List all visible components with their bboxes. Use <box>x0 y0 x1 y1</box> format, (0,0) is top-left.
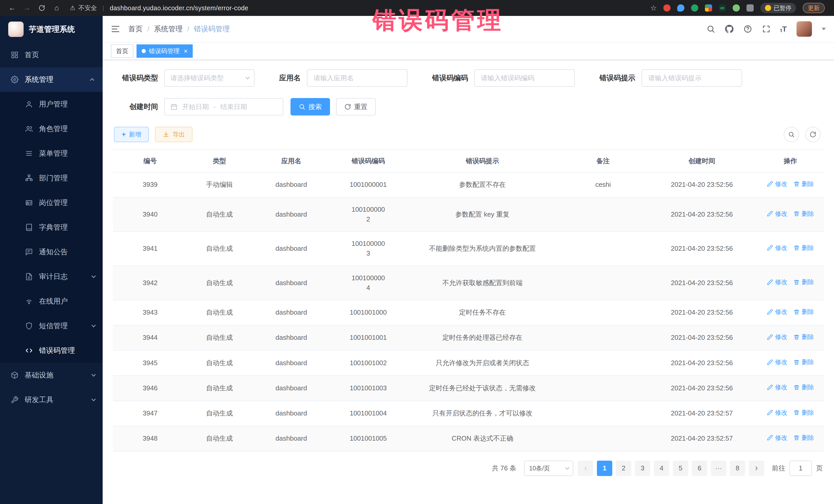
menu-item-label: 审计日志 <box>39 272 68 282</box>
edit-label: 修改 <box>775 333 787 342</box>
address-bar-url[interactable]: dashboard.yudao.iocoder.cn/system/error-… <box>110 4 248 12</box>
search-icon[interactable] <box>706 25 715 34</box>
delete-link[interactable]: 删除 <box>793 434 814 442</box>
sidebar-item-10[interactable]: 在线用户 <box>0 289 103 313</box>
browser-refresh-icon[interactable] <box>35 5 49 11</box>
fullscreen-icon[interactable] <box>762 25 771 34</box>
reset-button[interactable]: 重置 <box>336 98 376 115</box>
sidebar-item-14[interactable]: 研发工具 <box>0 388 103 412</box>
page-size-select[interactable]: 10条/页 <box>524 461 573 476</box>
delete-link[interactable]: 删除 <box>793 307 814 316</box>
table-cell: 3944 <box>113 325 187 350</box>
profile-paused-badge[interactable]: 已暂停 <box>760 3 796 13</box>
table-cell-actions: 修改删除 <box>757 266 824 300</box>
delete-link[interactable]: 删除 <box>793 243 814 253</box>
delete-link[interactable]: 删除 <box>793 333 814 342</box>
column-header: 错误码编码 <box>331 150 405 172</box>
goto-page-input[interactable] <box>789 461 812 476</box>
menu-list-icon <box>25 149 34 158</box>
table-cell: 只有开启状态的任务，才可以修改 <box>405 401 559 426</box>
browser-home-icon[interactable]: ⌂ <box>50 4 64 12</box>
user-avatar[interactable] <box>796 21 812 37</box>
error-type-select[interactable]: 请选择错误码类型 <box>164 69 255 87</box>
extension-icon-5[interactable]: on <box>719 4 726 12</box>
sidebar-item-7[interactable]: 字典管理 <box>0 215 103 240</box>
page-button-3[interactable]: 3 <box>635 461 650 476</box>
edit-link[interactable]: 修改 <box>767 383 787 392</box>
extension-icon-1[interactable] <box>663 4 671 12</box>
chevron-down-icon <box>91 372 96 377</box>
extension-pin-icon[interactable] <box>746 4 754 12</box>
sidebar-item-3[interactable]: 角色管理 <box>0 116 103 141</box>
page-ellipsis[interactable]: ··· <box>711 461 726 476</box>
filter-app-label: 应用名 <box>279 73 301 83</box>
hamburger-icon[interactable] <box>111 24 121 34</box>
edit-link[interactable]: 修改 <box>767 307 787 316</box>
page-button-1[interactable]: 1 <box>597 461 612 476</box>
error-message-input[interactable] <box>641 69 742 87</box>
browser-update-button[interactable]: 更新 <box>803 3 825 13</box>
browser-forward-icon[interactable]: → <box>20 4 34 12</box>
page-button-4[interactable]: 4 <box>654 461 669 476</box>
edit-label: 修改 <box>775 383 787 392</box>
sidebar-item-11[interactable]: 短信管理 <box>0 313 103 338</box>
edit-link[interactable]: 修改 <box>767 243 787 253</box>
sidebar-item-0[interactable]: 首页 <box>0 43 103 67</box>
github-icon[interactable] <box>725 25 734 34</box>
search-button[interactable]: 搜索 <box>290 98 330 115</box>
error-code-input[interactable] <box>474 69 575 87</box>
tab-0[interactable]: 首页 <box>111 44 133 58</box>
page-button-2[interactable]: 2 <box>616 461 631 476</box>
edit-link[interactable]: 修改 <box>767 358 787 367</box>
tab-1[interactable]: 错误码管理× <box>136 44 193 58</box>
sidebar-item-2[interactable]: 用户管理 <box>0 92 103 116</box>
extension-icon-2[interactable] <box>677 4 684 12</box>
sidebar-item-1[interactable]: 系统管理 <box>0 67 103 92</box>
edit-link[interactable]: 修改 <box>767 278 787 287</box>
delete-link[interactable]: 删除 <box>793 180 814 189</box>
show-search-icon-button[interactable] <box>784 127 799 142</box>
page-button-5[interactable]: 5 <box>673 461 688 476</box>
help-icon[interactable] <box>743 25 752 34</box>
avatar-caret-down-icon[interactable] <box>822 28 826 30</box>
edit-link[interactable]: 修改 <box>767 434 787 442</box>
edit-link[interactable]: 修改 <box>767 408 787 417</box>
bookmark-star-icon[interactable]: ☆ <box>650 4 657 12</box>
edit-link[interactable]: 修改 <box>767 180 787 189</box>
browser-back-icon[interactable]: ← <box>5 4 19 12</box>
extension-icon-6[interactable] <box>733 4 740 12</box>
font-size-icon[interactable]: tT <box>781 25 787 34</box>
page-button-6[interactable]: 6 <box>692 461 707 476</box>
refresh-table-icon-button[interactable] <box>805 127 821 142</box>
app-logo[interactable]: 芋道管理系统 <box>0 16 103 43</box>
add-button[interactable]: + 新增 <box>114 127 149 142</box>
app-name-input[interactable] <box>307 69 408 87</box>
date-range-picker[interactable]: 开始日期 - 结束日期 <box>164 98 283 115</box>
breadcrumb-item-0[interactable]: 首页 <box>128 24 143 34</box>
sidebar-item-12[interactable]: 错误码管理 <box>0 338 103 363</box>
breadcrumb-item-1[interactable]: 系统管理 <box>154 24 183 34</box>
next-page-button[interactable] <box>749 461 764 476</box>
sidebar-item-9[interactable]: 审计日志 <box>0 264 103 289</box>
delete-link[interactable]: 删除 <box>793 278 814 287</box>
sidebar-item-5[interactable]: 部门管理 <box>0 166 103 191</box>
table-cell: 2021-04-20 23:52:56 <box>647 172 757 197</box>
edit-link[interactable]: 修改 <box>767 210 787 218</box>
filter-item-app: 应用名 <box>279 69 408 87</box>
delete-link[interactable]: 删除 <box>793 210 814 218</box>
page-button-8[interactable]: 8 <box>730 461 745 476</box>
sidebar-item-8[interactable]: 通知公告 <box>0 240 103 264</box>
edit-link[interactable]: 修改 <box>767 333 787 342</box>
sidebar-item-13[interactable]: 基础设施 <box>0 363 103 388</box>
tab-close-icon[interactable]: × <box>184 48 188 54</box>
extension-icon-3[interactable] <box>691 4 698 12</box>
sidebar-item-4[interactable]: 菜单管理 <box>0 141 103 166</box>
delete-link[interactable]: 删除 <box>793 383 814 392</box>
prev-page-button[interactable] <box>578 461 593 476</box>
extension-icon-4[interactable] <box>705 4 712 12</box>
delete-link[interactable]: 删除 <box>793 408 814 417</box>
menu-item-label: 部门管理 <box>39 173 68 183</box>
delete-link[interactable]: 删除 <box>793 358 814 367</box>
sidebar-item-6[interactable]: 岗位管理 <box>0 191 103 215</box>
export-button[interactable]: 导出 <box>155 127 193 142</box>
